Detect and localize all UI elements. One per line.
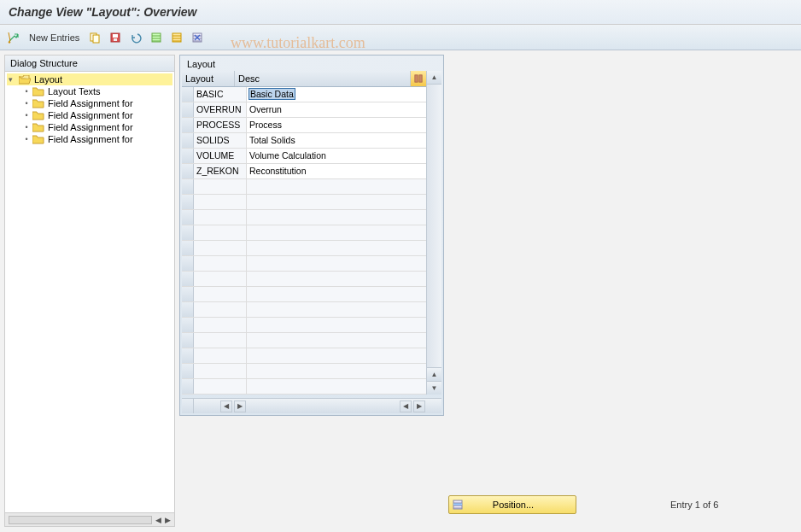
cell-desc[interactable] — [247, 272, 426, 286]
cell-layout[interactable] — [194, 348, 247, 363]
row-selector[interactable] — [182, 133, 194, 148]
row-selector[interactable] — [182, 318, 194, 332]
row-selector[interactable] — [182, 195, 194, 209]
delete-icon[interactable] — [189, 29, 206, 46]
expand-toggle-icon[interactable]: ▾ — [9, 75, 17, 84]
cell-desc[interactable] — [247, 195, 426, 209]
tree-node-child[interactable]: • Layout Texts — [7, 85, 172, 97]
scroll-right-icon[interactable]: ▶ — [165, 516, 171, 524]
table-row[interactable] — [182, 287, 426, 302]
row-selector[interactable] — [182, 379, 194, 394]
table-row[interactable] — [182, 333, 426, 348]
scroll-right-end-icon[interactable]: ▶ — [413, 400, 425, 412]
cell-layout[interactable] — [194, 333, 247, 348]
table-config-icon[interactable] — [411, 71, 426, 86]
cell-desc[interactable] — [247, 210, 426, 225]
cell-layout[interactable] — [194, 210, 247, 225]
cell-layout[interactable]: Z_REKON — [194, 164, 247, 178]
cell-desc[interactable] — [247, 256, 426, 271]
cell-desc[interactable] — [247, 379, 426, 394]
row-selector[interactable] — [182, 333, 194, 348]
table-row[interactable] — [182, 348, 426, 364]
cell-desc[interactable] — [247, 364, 426, 378]
cell-desc[interactable] — [247, 287, 426, 301]
scroll-up-icon[interactable]: ▲ — [427, 71, 441, 85]
toggle-display-icon[interactable] — [5, 29, 22, 46]
cell-layout[interactable] — [194, 179, 247, 194]
cell-layout[interactable] — [194, 195, 247, 209]
cell-layout[interactable] — [194, 318, 247, 332]
cell-layout[interactable] — [194, 225, 247, 240]
table-row[interactable] — [182, 379, 426, 395]
cell-layout[interactable] — [194, 364, 247, 378]
cell-desc[interactable] — [247, 333, 426, 348]
row-selector[interactable] — [182, 225, 194, 240]
cell-desc[interactable] — [247, 348, 426, 363]
table-row[interactable] — [182, 272, 426, 287]
scroll-down-icon[interactable]: ▼ — [427, 381, 441, 395]
copy-icon[interactable] — [86, 29, 103, 46]
scroll-down-icon[interactable]: ▲ — [427, 367, 441, 381]
row-selector[interactable] — [182, 287, 194, 301]
row-selector[interactable] — [182, 364, 194, 378]
table-h-scrollbar[interactable]: ◀ ▶ ◀ ▶ — [182, 398, 441, 413]
row-selector[interactable] — [182, 241, 194, 255]
cell-layout[interactable]: SOLIDS — [194, 133, 247, 148]
col-header-layout[interactable]: Layout — [182, 71, 235, 86]
cell-desc[interactable] — [247, 318, 426, 332]
save-icon[interactable] — [107, 29, 124, 46]
select-all-icon[interactable] — [148, 29, 165, 46]
tree-node-child[interactable]: • Field Assignment for — [7, 97, 172, 109]
cell-layout[interactable] — [194, 379, 247, 394]
table-row[interactable]: BASICBasic Data — [182, 87, 426, 102]
scroll-left-end-icon[interactable]: ◀ — [400, 400, 412, 412]
row-selector[interactable] — [182, 302, 194, 317]
col-header-desc[interactable]: Desc — [235, 71, 411, 86]
row-selector[interactable] — [182, 179, 194, 194]
table-row[interactable] — [182, 364, 426, 379]
cell-desc[interactable] — [247, 225, 426, 240]
table-row[interactable]: PROCESSProcess — [182, 118, 426, 133]
scroll-right-icon[interactable]: ▶ — [234, 400, 246, 412]
cell-desc[interactable]: Process — [247, 118, 426, 132]
table-row[interactable]: Z_REKONReconstitution — [182, 164, 426, 179]
table-row[interactable] — [182, 210, 426, 225]
new-entries-button[interactable]: New Entries — [26, 31, 83, 44]
cell-desc[interactable]: Basic Data — [247, 87, 426, 102]
tree-node-child[interactable]: • Field Assignment for — [7, 109, 172, 121]
tree-node-child[interactable]: • Field Assignment for — [7, 133, 172, 145]
row-selector[interactable] — [182, 164, 194, 178]
row-selector[interactable] — [182, 149, 194, 163]
tree-node-child[interactable]: • Field Assignment for — [7, 121, 172, 133]
table-row[interactable] — [182, 195, 426, 210]
row-selector[interactable] — [182, 102, 194, 117]
table-row[interactable] — [182, 318, 426, 333]
cell-layout[interactable] — [194, 287, 247, 301]
scroll-left-icon[interactable]: ◀ — [220, 400, 232, 412]
table-row[interactable]: OVERRUNOverrun — [182, 102, 426, 118]
cell-desc[interactable]: Reconstitution — [247, 164, 426, 178]
row-selector[interactable] — [182, 256, 194, 271]
select-all-rows[interactable] — [182, 399, 194, 413]
position-button[interactable]: Position... — [448, 495, 576, 514]
cell-desc[interactable]: Overrun — [247, 102, 426, 117]
cell-desc[interactable] — [247, 179, 426, 194]
table-row[interactable] — [182, 256, 426, 272]
table-row[interactable] — [182, 225, 426, 241]
cell-layout[interactable]: VOLUME — [194, 149, 247, 163]
cell-desc[interactable]: Total Solids — [247, 133, 426, 148]
table-row[interactable] — [182, 241, 426, 256]
cell-layout[interactable] — [194, 241, 247, 255]
cell-layout[interactable]: OVERRUN — [194, 102, 247, 117]
scroll-left-icon[interactable]: ◀ — [155, 516, 161, 524]
cell-layout[interactable]: PROCESS — [194, 118, 247, 132]
cell-layout[interactable] — [194, 272, 247, 286]
row-selector[interactable] — [182, 87, 194, 102]
cell-desc[interactable] — [247, 302, 426, 317]
table-row[interactable] — [182, 179, 426, 195]
tree-node-layout[interactable]: ▾ Layout — [7, 73, 172, 85]
cell-layout[interactable] — [194, 302, 247, 317]
row-selector[interactable] — [182, 348, 194, 363]
cell-layout[interactable]: BASIC — [194, 87, 247, 102]
tree-h-scrollbar[interactable]: ◀ ▶ — [5, 512, 174, 526]
